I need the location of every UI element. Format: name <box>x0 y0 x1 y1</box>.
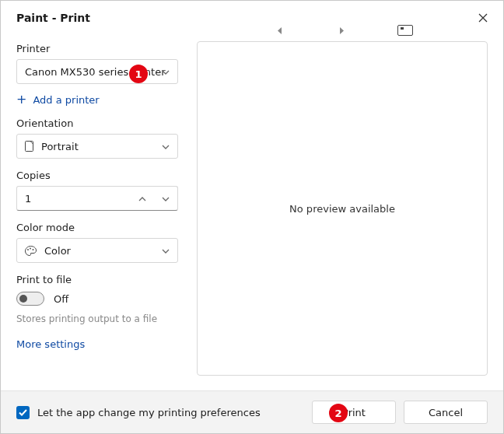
orientation-label: Orientation <box>16 117 178 129</box>
preferences-checkbox[interactable] <box>16 406 30 419</box>
annotation-badge-2: 2 <box>329 404 348 422</box>
preview-nav <box>273 24 413 37</box>
palette-icon <box>25 246 37 256</box>
print-to-file-label: Print to file <box>16 274 178 285</box>
settings-panel: Printer Canon MX530 series Printer + Add… <box>16 32 178 366</box>
add-printer-label: Add a printer <box>33 94 99 106</box>
chevron-up-icon <box>138 197 146 201</box>
color-mode-label: Color mode <box>16 222 178 233</box>
color-mode-value: Color <box>44 245 71 257</box>
orientation-value: Portrait <box>41 141 79 152</box>
close-button[interactable] <box>474 9 492 27</box>
footer-bar: Let the app change my printing preferenc… <box>1 390 503 433</box>
chevron-down-icon <box>162 142 170 152</box>
printer-label: Printer <box>16 43 178 54</box>
print-to-file-description: Stores printing output to a file <box>16 313 178 324</box>
checkmark-icon <box>19 409 27 416</box>
chevron-down-icon <box>162 197 170 201</box>
copies-value: 1 <box>25 193 31 205</box>
color-mode-select[interactable]: Color <box>16 238 178 263</box>
prev-page-button[interactable] <box>273 24 285 37</box>
chevron-right-icon <box>339 27 345 34</box>
add-printer-link[interactable]: + Add a printer <box>16 93 178 107</box>
preview-pane: No preview available <box>197 41 488 376</box>
chevron-left-icon <box>277 27 282 34</box>
decrement-copies-button[interactable] <box>162 194 170 204</box>
printer-select[interactable]: Canon MX530 series Printer <box>16 59 178 84</box>
increment-copies-button[interactable] <box>138 194 146 204</box>
svg-point-2 <box>30 247 31 249</box>
copies-label: Copies <box>16 170 178 181</box>
orientation-select[interactable]: Portrait <box>16 134 178 159</box>
next-page-button[interactable] <box>335 24 348 37</box>
chevron-down-icon <box>162 246 170 256</box>
close-icon <box>478 13 488 23</box>
plus-icon: + <box>16 92 26 107</box>
chevron-down-icon <box>162 67 170 77</box>
portrait-icon <box>25 141 33 152</box>
no-preview-text: No preview available <box>289 203 395 215</box>
window-title: Paint - Print <box>1 1 503 24</box>
print-to-file-toggle[interactable] <box>16 292 44 306</box>
print-button[interactable]: Print <box>312 401 396 424</box>
svg-point-1 <box>27 249 29 250</box>
cancel-button[interactable]: Cancel <box>404 401 488 424</box>
more-settings-link[interactable]: More settings <box>16 338 178 350</box>
copies-input[interactable]: 1 <box>16 186 178 211</box>
preferences-checkbox-label: Let the app change my printing preferenc… <box>37 407 261 418</box>
print-to-file-state: Off <box>54 293 68 305</box>
svg-point-3 <box>33 249 34 250</box>
annotation-badge-1: 1 <box>129 65 148 83</box>
page-layout-icon[interactable] <box>397 25 413 36</box>
